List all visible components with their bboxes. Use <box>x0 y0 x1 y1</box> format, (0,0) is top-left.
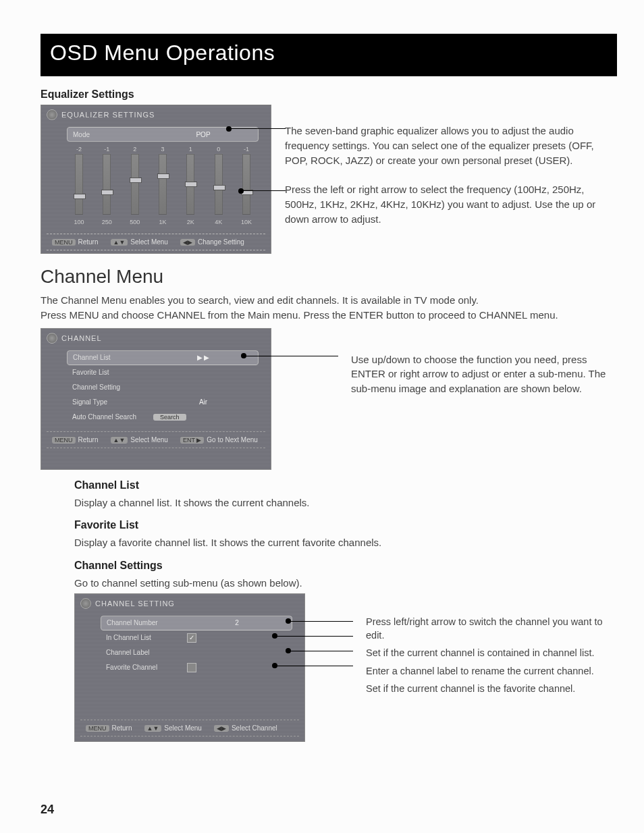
channel-osd: CHANNEL Channel List▶ ▶Favorite ListChan… <box>41 328 271 470</box>
select-key: ▲▼ <box>144 725 162 732</box>
channel-row[interactable]: Auto Channel SearchSearch <box>67 410 259 425</box>
eq-band[interactable]: -110K <box>241 146 252 225</box>
channel-row-label: Channel List <box>73 354 154 361</box>
equalizer-osd: EQUALIZER SETTINGS Mode POP -2100-125025… <box>41 105 271 254</box>
gear-icon <box>47 109 57 120</box>
eq-annotation-2: Press the left or right arrow to select … <box>285 182 617 226</box>
eq-annotation-1: The seven-band graphic equalizer allows … <box>285 124 617 167</box>
eq-thumb[interactable] <box>101 190 113 195</box>
select-channel-label: Select Channel <box>232 724 277 732</box>
page-number: 24 <box>41 803 54 817</box>
channel-footer: MENUReturn ▲▼Select Menu ENT ▶Go to Next… <box>47 431 265 448</box>
chset-row[interactable]: Favorite Channel <box>101 660 292 675</box>
next-key: ENT ▶ <box>180 437 204 444</box>
chset-row-label: Channel Number <box>107 619 188 626</box>
select-label: Select Menu <box>130 238 168 246</box>
eq-footer: MENUReturn ▲▼Select Menu ◀▶Change Settin… <box>47 234 265 250</box>
checkbox-icon[interactable]: ✓ <box>187 633 196 643</box>
eq-freq: 500 <box>130 219 140 225</box>
eq-freq: 250 <box>102 219 112 225</box>
search-button[interactable]: Search <box>153 414 186 421</box>
eq-db: 1 <box>189 146 192 154</box>
chset-row[interactable]: Channel Number2 <box>101 616 292 630</box>
select-channel-key: ◀▶ <box>214 725 229 732</box>
select-label: Select Menu <box>164 724 202 732</box>
eq-db: -1 <box>104 146 109 154</box>
equalizer-heading: Equalizer Settings <box>41 88 617 101</box>
eq-thumb[interactable] <box>74 194 86 199</box>
eq-band[interactable]: 2500 <box>130 146 140 225</box>
change-key: ◀▶ <box>180 239 195 246</box>
channel-list-heading: Channel List <box>74 479 617 491</box>
channel-annotation: Use up/down to choose the function you n… <box>351 352 617 396</box>
chset-callout: Enter a channel label to rename the curr… <box>366 664 617 678</box>
select-key: ▲▼ <box>111 239 128 246</box>
chset-row-value: 2 <box>188 619 286 626</box>
channel-menu-heading: Channel Menu <box>41 266 617 288</box>
chset-callout: Press left/right arrow to switch the cha… <box>366 615 617 643</box>
eq-mode-value: POP <box>154 131 252 138</box>
chset-callout: Set if the current channel is the favori… <box>366 682 617 695</box>
eq-band[interactable]: -1250 <box>101 146 112 225</box>
channel-osd-title: CHANNEL <box>61 334 102 342</box>
select-key: ▲▼ <box>111 437 128 444</box>
eq-thumb[interactable] <box>157 173 169 179</box>
eq-db: 2 <box>133 146 136 154</box>
channel-row-label: Auto Channel Search <box>72 413 153 421</box>
eq-thumb[interactable] <box>213 185 225 190</box>
favorite-list-heading: Favorite List <box>74 519 617 531</box>
chset-row[interactable]: In Channel List✓ <box>101 630 292 645</box>
eq-band[interactable]: 12K <box>185 146 196 225</box>
return-key: MENU <box>86 725 109 732</box>
return-key: MENU <box>52 437 76 444</box>
eq-db: -2 <box>76 146 82 154</box>
eq-freq: 2K <box>187 219 194 225</box>
gear-icon <box>47 333 57 344</box>
channel-row[interactable]: Channel List▶ ▶ <box>67 350 259 365</box>
channel-row[interactable]: Signal TypeAir <box>67 395 259 410</box>
eq-sliders[interactable]: -2100-1250250031K12K04K-110K <box>67 142 259 227</box>
channel-row[interactable]: Favorite List <box>67 365 259 380</box>
gear-icon <box>80 598 91 609</box>
next-label: Go to Next Menu <box>207 436 258 444</box>
chset-callout: Set if the current channel is contained … <box>366 646 617 660</box>
channel-row-label: Signal Type <box>72 398 153 406</box>
eq-freq: 100 <box>74 219 84 225</box>
return-label: Return <box>78 436 99 444</box>
checkbox-icon[interactable] <box>187 663 196 672</box>
select-label: Select Menu <box>130 436 168 444</box>
channel-settings-heading: Channel Settings <box>74 560 617 572</box>
channel-settings-text: Go to channel setting sub-menu (as shown… <box>74 576 617 591</box>
eq-freq: 4K <box>215 219 222 225</box>
chset-footer: MENUReturn ▲▼Select Menu ◀▶Select Channe… <box>80 720 299 736</box>
chset-row-label: Favorite Channel <box>106 664 187 671</box>
eq-band[interactable]: 31K <box>157 146 168 225</box>
return-key: MENU <box>52 239 76 246</box>
page-banner: OSD Menu Operations <box>41 34 617 76</box>
channel-intro-1: The Channel Menu enables you to search, … <box>41 293 617 308</box>
return-label: Return <box>78 238 99 246</box>
change-label: Change Setting <box>198 238 244 246</box>
channel-setting-osd: CHANNEL SETTING Channel Number2In Channe… <box>74 593 305 742</box>
channel-row[interactable]: Channel Setting <box>67 380 259 395</box>
channel-intro-2: Press MENU and choose CHANNEL from the M… <box>41 308 617 323</box>
eq-mode-label: Mode <box>73 131 154 138</box>
channel-row-label: Channel Setting <box>72 383 153 391</box>
eq-band[interactable]: -2100 <box>74 146 84 225</box>
chset-row[interactable]: Channel Label <box>101 645 292 660</box>
channel-row-value: Air <box>153 398 253 406</box>
chset-osd-title: CHANNEL SETTING <box>95 599 175 608</box>
eq-db: 3 <box>161 146 164 154</box>
eq-freq: 1K <box>159 219 166 225</box>
eq-band[interactable]: 04K <box>213 146 224 225</box>
channel-list-text: Display a channel list. It shows the cur… <box>74 495 617 510</box>
eq-osd-title: EQUALIZER SETTINGS <box>61 111 155 119</box>
eq-thumb[interactable] <box>130 178 142 183</box>
chset-row-label: In Channel List <box>106 634 187 641</box>
channel-row-value: ▶ ▶ <box>154 354 252 361</box>
favorite-list-text: Display a favorite channel list. It show… <box>74 535 617 550</box>
eq-thumb[interactable] <box>185 182 197 187</box>
eq-db: 0 <box>217 146 220 154</box>
eq-db: -1 <box>244 146 249 154</box>
chset-row-label: Channel Label <box>106 649 187 656</box>
